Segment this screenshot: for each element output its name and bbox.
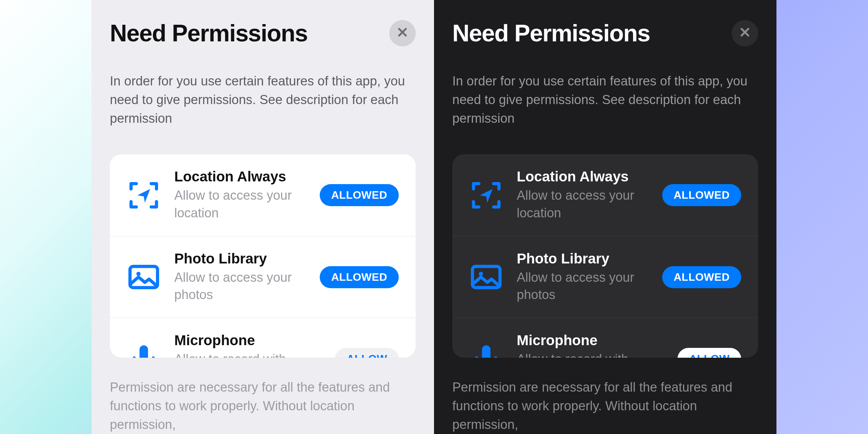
permission-row-location: Location Always Allow to access your loc…	[110, 154, 416, 236]
permissions-screen-dark: Need Permissions In order for you use ce…	[434, 0, 868, 434]
permissions-list: Location Always Allow to access your loc…	[110, 154, 416, 357]
permission-allow-button[interactable]: ALLOW	[335, 348, 399, 357]
svg-rect-2	[140, 345, 148, 358]
permission-desc: Allow to record with microphone	[517, 351, 664, 357]
microphone-icon	[469, 342, 503, 358]
permission-status-button[interactable]: ALLOWED	[662, 266, 741, 288]
permission-title: Photo Library	[517, 251, 649, 267]
permissions-panel: Need Permissions In order for you use ce…	[92, 0, 434, 434]
permissions-list: Location Always Allow to access your loc…	[452, 154, 758, 357]
permission-row-photo: Photo Library Allow to access your photo…	[452, 236, 758, 318]
svg-rect-5	[482, 345, 491, 358]
close-button[interactable]	[732, 20, 758, 46]
footnote-text: Permission are necessary for all the fea…	[110, 378, 416, 434]
svg-point-4	[479, 272, 483, 276]
permission-row-photo: Photo Library Allow to access your photo…	[110, 236, 416, 318]
permission-status-button[interactable]: ALLOWED	[320, 266, 399, 288]
permission-status-button[interactable]: ALLOWED	[320, 184, 399, 206]
photo-icon	[469, 260, 503, 294]
permission-allow-button[interactable]: ALLOW	[677, 348, 741, 357]
permissions-panel: Need Permissions In order for you use ce…	[434, 0, 776, 434]
page-title: Need Permissions	[452, 20, 650, 47]
close-icon	[396, 25, 409, 41]
permission-row-location: Location Always Allow to access your loc…	[452, 154, 758, 236]
permission-desc: Allow to access your photos	[517, 269, 649, 304]
svg-point-1	[136, 272, 141, 276]
permission-desc: Allow to access your photos	[174, 269, 306, 304]
permission-desc: Allow to record with microphone	[174, 351, 321, 357]
permission-title: Microphone	[517, 332, 664, 349]
permission-row-microphone: Microphone Allow to record with micropho…	[110, 318, 416, 357]
location-icon	[127, 178, 161, 212]
permission-row-microphone: Microphone Allow to record with micropho…	[452, 318, 758, 357]
close-icon	[738, 25, 752, 41]
permission-title: Location Always	[174, 169, 306, 185]
permission-title: Location Always	[517, 169, 649, 185]
permissions-screen-light: Need Permissions In order for you use ce…	[0, 0, 434, 434]
title-row: Need Permissions	[110, 20, 416, 47]
permission-title: Microphone	[174, 332, 321, 349]
footnote-text: Permission are necessary for all the fea…	[452, 378, 758, 434]
permission-status-button[interactable]: ALLOWED	[662, 184, 741, 206]
permission-desc: Allow to access your location	[517, 187, 649, 222]
intro-text: In order for you use certain features of…	[110, 72, 416, 128]
title-row: Need Permissions	[452, 20, 758, 47]
location-icon	[469, 178, 503, 212]
microphone-icon	[127, 342, 161, 358]
photo-icon	[127, 260, 161, 294]
permission-title: Photo Library	[174, 251, 306, 267]
page-title: Need Permissions	[110, 20, 308, 47]
permission-desc: Allow to access your location	[174, 187, 306, 222]
close-button[interactable]	[389, 20, 416, 46]
intro-text: In order for you use certain features of…	[452, 72, 758, 128]
